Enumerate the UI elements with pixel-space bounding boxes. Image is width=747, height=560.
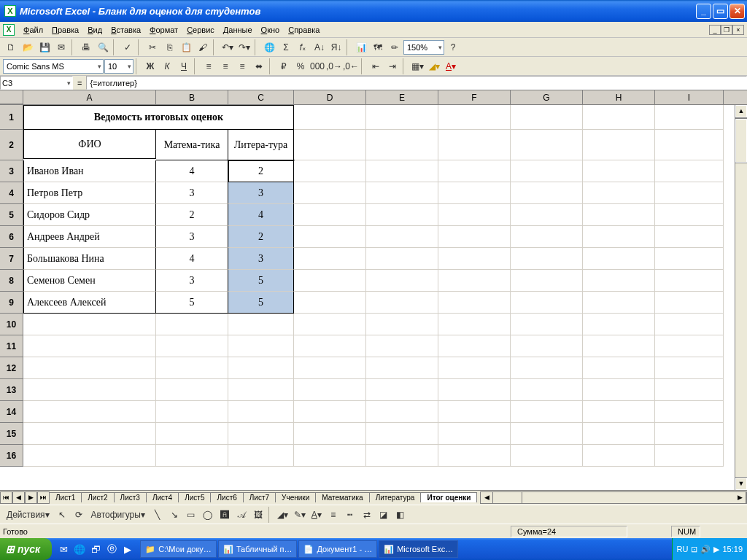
horizontal-scrollbar[interactable]: ◀ ▶ [480, 491, 747, 504]
cell[interactable] [583, 445, 655, 467]
lang-indicator[interactable]: RU [677, 545, 689, 553]
cell[interactable] [511, 314, 583, 335]
row-header[interactable]: 16 [0, 445, 23, 467]
inc-indent-button[interactable]: ⇥ [384, 58, 400, 74]
cell[interactable] [655, 130, 724, 160]
cell[interactable] [655, 335, 724, 357]
cell[interactable] [294, 130, 366, 160]
cell[interactable]: 5 [228, 292, 294, 314]
cell[interactable] [583, 423, 655, 445]
cell[interactable] [366, 423, 438, 445]
cell[interactable] [438, 270, 511, 292]
map-button[interactable]: 🗺 [370, 39, 386, 55]
cell[interactable]: Алексеев Алексей [23, 292, 156, 314]
cell[interactable] [511, 204, 583, 226]
cell[interactable] [655, 270, 724, 292]
cell[interactable] [156, 335, 228, 357]
row-header[interactable]: 13 [0, 379, 23, 401]
cell[interactable] [655, 160, 724, 182]
cell[interactable] [366, 105, 438, 130]
cell[interactable] [23, 335, 156, 357]
cell[interactable] [655, 248, 724, 270]
cell[interactable] [438, 314, 511, 335]
cell[interactable] [156, 357, 228, 379]
copy-button[interactable]: ⎘ [161, 39, 177, 55]
row-header[interactable]: 9 [0, 292, 23, 314]
cell[interactable] [294, 105, 366, 130]
cell[interactable] [438, 130, 511, 160]
prev-sheet-button[interactable]: ◀ [12, 491, 25, 504]
font-name-select[interactable]: Comic Sans MS [3, 59, 104, 74]
ql-icon[interactable]: 🌐 [72, 541, 87, 557]
cell[interactable] [511, 445, 583, 467]
cell[interactable] [511, 379, 583, 401]
dec-decimal-button[interactable]: ,0← [343, 58, 359, 74]
cell[interactable] [366, 335, 438, 357]
currency-button[interactable]: ₽ [276, 58, 292, 74]
ql-icon[interactable]: 🗗 [88, 541, 103, 557]
scroll-down-icon[interactable]: ▼ [735, 478, 747, 490]
cell[interactable] [156, 423, 228, 445]
cell[interactable] [294, 357, 366, 379]
save-button[interactable]: 💾 [36, 39, 53, 55]
cell[interactable]: Матема-тика [156, 130, 228, 160]
cell[interactable] [366, 401, 438, 423]
cell[interactable] [438, 182, 511, 204]
minimize-button[interactable]: _ [696, 4, 711, 19]
cut-button[interactable]: ✂ [144, 39, 160, 55]
percent-button[interactable]: % [293, 58, 309, 74]
cell[interactable]: ФИО [23, 130, 156, 159]
cell[interactable] [511, 423, 583, 445]
font-size-select[interactable]: 10 [104, 59, 133, 74]
cell[interactable]: Петров Петр [23, 182, 156, 204]
vertical-scrollbar[interactable]: ▲ ▼ [735, 105, 747, 490]
cell[interactable] [655, 401, 724, 423]
rotate-button[interactable]: ⟳ [71, 507, 87, 523]
taskbar-item[interactable]: 📄Документ1 - … [298, 540, 377, 558]
cell[interactable] [228, 445, 294, 467]
menu-item[interactable]: Окно [257, 24, 285, 36]
autoshapes-menu[interactable]: Автофигуры ▾ [88, 507, 149, 523]
clipart-button[interactable]: 🖼 [250, 507, 266, 523]
system-tray[interactable]: RU ⊡ 🔊 ▶ 15:19 [672, 538, 747, 560]
sheet-tab[interactable]: Лист6 [210, 492, 243, 502]
drawing-button[interactable]: ✏ [387, 39, 403, 55]
cell[interactable] [228, 423, 294, 445]
cell[interactable]: Литера-тура [228, 130, 294, 160]
row-header[interactable]: 15 [0, 423, 23, 445]
font-color-button[interactable]: A▾ [443, 58, 459, 74]
wordart-button[interactable]: 𝒜 [233, 507, 249, 523]
menu-item[interactable]: Вид [83, 24, 107, 36]
hscroll-thumb[interactable] [493, 492, 522, 503]
col-header[interactable]: E [366, 90, 438, 104]
cell[interactable] [438, 401, 511, 423]
cell[interactable] [156, 401, 228, 423]
menu-item[interactable]: Правка [47, 24, 83, 36]
function-button[interactable]: fₓ [295, 39, 311, 55]
sheet-tab[interactable]: Литература [369, 492, 422, 502]
cell[interactable] [294, 204, 366, 226]
autosum-button[interactable]: Σ [278, 39, 294, 55]
formula-input[interactable]: {=итоглитер} [86, 76, 747, 90]
sheet-tab[interactable]: Ученики [275, 492, 316, 502]
scroll-up-icon[interactable]: ▲ [735, 105, 747, 117]
last-sheet-button[interactable]: ⏭ [37, 491, 50, 504]
cell[interactable] [156, 379, 228, 401]
scroll-right-icon[interactable]: ▶ [734, 492, 746, 503]
paste-button[interactable]: 📋 [178, 39, 194, 55]
cell[interactable] [366, 292, 438, 314]
cell[interactable]: 3 [156, 226, 228, 248]
clock[interactable]: 15:19 [722, 545, 743, 553]
cell[interactable] [294, 292, 366, 314]
row-header[interactable]: 1 [0, 105, 23, 130]
zoom-select[interactable]: 150% [403, 40, 444, 55]
cell[interactable] [294, 160, 366, 182]
cell[interactable] [228, 401, 294, 423]
actions-menu[interactable]: Действия ▾ [3, 507, 53, 523]
col-header[interactable]: G [511, 90, 583, 104]
fill-color-draw-button[interactable]: ◢▾ [275, 507, 291, 523]
col-header[interactable]: C [228, 90, 294, 104]
cell[interactable] [655, 226, 724, 248]
cell[interactable]: 5 [228, 270, 294, 292]
col-header[interactable]: B [156, 90, 228, 104]
